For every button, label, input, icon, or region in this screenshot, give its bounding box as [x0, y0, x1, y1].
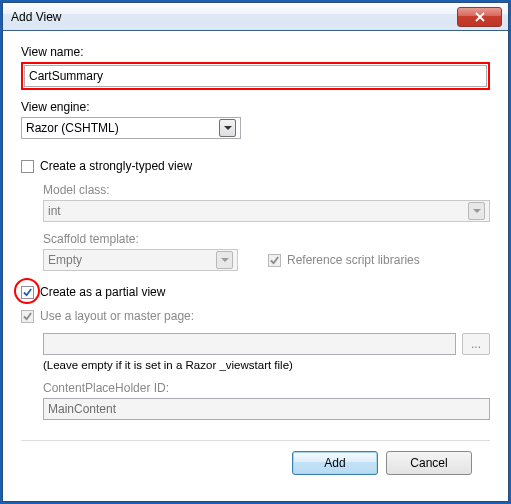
close-icon	[475, 8, 485, 26]
chevron-down-icon	[216, 251, 233, 269]
dialog-footer: Add Cancel	[21, 440, 490, 489]
use-layout-checkbox	[21, 310, 34, 323]
ref-scripts-label: Reference script libraries	[287, 253, 420, 267]
scaffold-select: Empty	[43, 249, 238, 271]
add-button[interactable]: Add	[292, 451, 378, 475]
view-engine-value: Razor (CSHTML)	[26, 121, 219, 135]
strongly-typed-checkbox[interactable]	[21, 160, 34, 173]
ref-scripts-checkbox	[268, 254, 281, 267]
model-class-label: Model class:	[43, 183, 490, 197]
titlebar: Add View	[3, 3, 508, 31]
strongly-typed-label: Create a strongly-typed view	[40, 159, 192, 173]
view-engine-label: View engine:	[21, 100, 490, 114]
chevron-down-icon	[468, 202, 485, 220]
use-layout-label: Use a layout or master page:	[40, 309, 194, 323]
layout-hint: (Leave empty if it is set in a Razor _vi…	[43, 359, 490, 371]
scaffold-label: Scaffold template:	[43, 232, 490, 246]
view-engine-select[interactable]: Razor (CSHTML)	[21, 117, 241, 139]
browse-button: ...	[462, 333, 490, 355]
cancel-button-label: Cancel	[410, 456, 447, 470]
close-button[interactable]	[457, 7, 502, 27]
cph-label: ContentPlaceHolder ID:	[43, 381, 490, 395]
scaffold-value: Empty	[48, 253, 216, 267]
cancel-button[interactable]: Cancel	[386, 451, 472, 475]
view-name-input[interactable]	[24, 65, 487, 87]
add-button-label: Add	[324, 456, 345, 470]
highlight-view-name	[21, 62, 490, 90]
add-view-dialog: Add View View name: View engine:	[2, 2, 509, 502]
model-class-select: int	[43, 200, 490, 222]
partial-view-label: Create as a partial view	[40, 285, 165, 299]
chevron-down-icon	[219, 119, 236, 137]
view-name-label: View name:	[21, 45, 490, 59]
cph-input	[43, 398, 490, 420]
dialog-title: Add View	[11, 10, 457, 24]
layout-path-input	[43, 333, 456, 355]
model-class-value: int	[48, 204, 468, 218]
browse-label: ...	[471, 337, 481, 351]
partial-view-checkbox[interactable]	[21, 286, 34, 299]
